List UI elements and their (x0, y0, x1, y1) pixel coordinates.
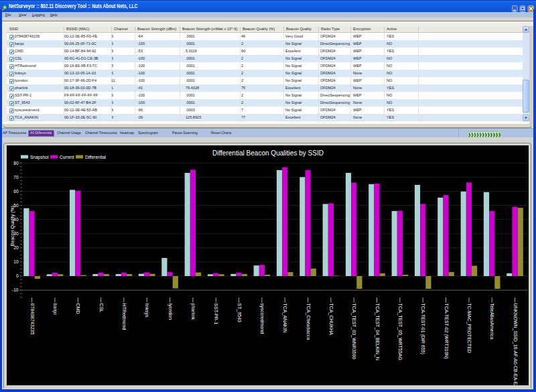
svg-text:TCA_Chewbacca: TCA_Chewbacca (306, 304, 311, 340)
svg-text:HTRedmond: HTRedmond (122, 304, 127, 330)
svg-text:TCA_TEST_03_WNR3500: TCA_TEST_03_WNR3500 (351, 304, 356, 360)
svg-text:078408743235: 078408743235 (30, 304, 35, 335)
svg-text:-10: -10 (12, 287, 19, 292)
svg-text:banjo: banjo (52, 304, 58, 315)
svg-text:0: 0 (16, 273, 19, 278)
svg-text:SST-PR-1: SST-PR-1 (214, 304, 218, 325)
svg-text:TCA_TEST_04_BELKIN_N: TCA_TEST_04_BELKIN_N (375, 304, 380, 361)
svg-text:Snapshot: Snapshot (30, 155, 49, 160)
svg-text:pharlink: pharlink (190, 304, 196, 320)
svg-text:lyondon: lyondon (168, 304, 173, 320)
svg-text:TCA_TEST_05_WRT55AG: TCA_TEST_05_WRT55AG (397, 304, 403, 361)
svg-text:TCA-TEST-02 (WRT310N): TCA-TEST-02 (WRT310N) (444, 304, 449, 359)
svg-text:linksys: linksys (144, 304, 149, 318)
svg-text:syscoredmond: syscoredmond (259, 304, 265, 334)
svg-text:TC-MAC_PROTECTED: TC-MAC_PROTECTED (466, 304, 472, 353)
svg-text:TCA_CHUKHA: TCA_CHUKHA (328, 304, 334, 336)
svg-text:80: 80 (13, 161, 19, 166)
svg-text:70: 70 (13, 175, 19, 180)
svg-text:Differential: Differential (85, 155, 107, 159)
svg-text:TCA-TEST-01 (DIR 655): TCA-TEST-01 (DIR 655) (420, 304, 425, 354)
svg-text:10: 10 (13, 259, 19, 264)
svg-text:ST_9543: ST_9543 (237, 304, 242, 323)
svg-text:TCA_ANAKIN: TCA_ANAKIN (282, 304, 287, 333)
svg-text:UNKNOWN_SSID_16-AF-A0-CB-EA-EA: UNKNOWN_SSID_16-AF-A0-CB-EA-EA (513, 304, 518, 385)
svg-text:TeleAtlasAmerica: TeleAtlasAmerica (490, 304, 494, 340)
svg-text:CSL: CSL (99, 304, 104, 313)
svg-text:CMD: CMD (76, 304, 80, 314)
svg-text:Current: Current (60, 155, 74, 159)
svg-text:60: 60 (13, 189, 19, 194)
svg-text:Beacon Quality (%): Beacon Quality (%) (10, 206, 15, 246)
svg-text:Differential Beacon Qualities: Differential Beacon Qualities by SSID (212, 149, 324, 157)
